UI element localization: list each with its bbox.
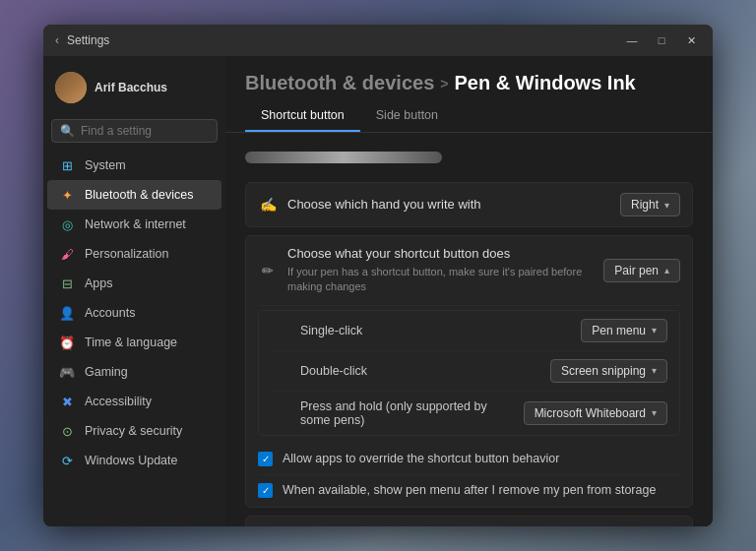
shortcut-control: Pair pen ▴ xyxy=(603,259,680,282)
shortcut-header-row: ✏ Choose what your shortcut button does … xyxy=(258,236,680,306)
tab-shortcut[interactable]: Shortcut button xyxy=(245,102,360,132)
search-input[interactable] xyxy=(81,124,228,138)
search-box[interactable]: 🔍 xyxy=(51,119,218,143)
sidebar-item-windows-update[interactable]: ⟳ Windows Update xyxy=(47,446,221,475)
allow-override-checkbox[interactable]: ✓ xyxy=(258,452,273,466)
sidebar-item-bluetooth[interactable]: ✦ Bluetooth & devices xyxy=(47,180,221,210)
show-menu-row: ✓ When available, show pen menu after I … xyxy=(258,475,680,507)
search-icon: 🔍 xyxy=(60,124,75,138)
shortcut-section: ✏ Choose what your shortcut button does … xyxy=(245,235,693,508)
handedness-section: ✍ Choose which hand you write with Right… xyxy=(245,182,693,227)
sidebar-item-label: System xyxy=(85,158,126,172)
user-section: Arif Bacchus xyxy=(43,64,225,115)
minimize-button[interactable]: — xyxy=(618,31,646,50)
sidebar-item-personalization[interactable]: 🖌 Personalization xyxy=(47,239,221,269)
sidebar-item-label: Apps xyxy=(85,276,113,290)
chevron-down-icon: ▾ xyxy=(652,325,657,336)
handedness-dropdown[interactable]: Right ▾ xyxy=(620,193,680,216)
username: Arif Bacchus xyxy=(94,81,167,94)
bluetooth-icon: ✦ xyxy=(59,187,75,203)
tab-side[interactable]: Side button xyxy=(360,102,454,132)
window-title: Settings xyxy=(67,33,109,47)
shortcut-label: Choose what your shortcut button does xyxy=(287,246,594,263)
sidebar-item-label: Privacy & security xyxy=(85,424,182,438)
title-bar: ‹ Settings — □ ✕ xyxy=(43,25,713,56)
sidebar-item-privacy[interactable]: ⊙ Privacy & security xyxy=(47,416,221,446)
show-menu-label: When available, show pen menu after I re… xyxy=(283,482,656,500)
breadcrumb-parent[interactable]: Bluetooth & devices xyxy=(245,72,434,94)
avatar xyxy=(55,72,87,103)
sidebar-item-label: Gaming xyxy=(85,365,128,379)
gaming-icon: 🎮 xyxy=(59,364,75,380)
sidebar-item-label: Network & internet xyxy=(85,217,186,231)
press-hold-row: Press and hold (only supported by some p… xyxy=(271,392,667,435)
press-hold-dropdown[interactable]: Microsoft Whiteboard ▾ xyxy=(524,401,667,425)
sidebar-item-label: Accounts xyxy=(85,306,135,320)
single-click-dropdown[interactable]: Pen menu ▾ xyxy=(581,319,667,342)
sidebar-item-label: Windows Update xyxy=(85,454,178,467)
sidebar-item-system[interactable]: ⊞ System xyxy=(47,151,221,180)
chevron-down-icon: ▾ xyxy=(664,200,669,211)
chevron-down-icon: ▾ xyxy=(652,407,657,418)
pen-graphic xyxy=(245,152,442,163)
network-icon: ◎ xyxy=(59,216,75,232)
hand-icon: ✍ xyxy=(258,195,278,214)
title-bar-controls: — □ ✕ xyxy=(618,31,705,50)
single-click-label: Single-click xyxy=(300,324,571,337)
maximize-button[interactable]: □ xyxy=(648,31,675,50)
system-icon: ⊞ xyxy=(59,157,75,173)
shortcut-dropdown[interactable]: Pair pen ▴ xyxy=(603,259,680,282)
checkmark-icon: ✓ xyxy=(262,454,270,464)
checkmark-icon: ✓ xyxy=(262,485,270,496)
title-bar-left: ‹ Settings xyxy=(55,33,109,47)
double-click-dropdown[interactable]: Screen snipping ▾ xyxy=(550,359,667,383)
handedness-text: Choose which hand you write with xyxy=(287,197,610,214)
chevron-down-icon: ▾ xyxy=(652,365,657,376)
handedness-control: Right ▾ xyxy=(620,193,680,216)
sidebar-item-accounts[interactable]: 👤 Accounts xyxy=(47,298,221,328)
sidebar-item-label: Accessibility xyxy=(85,395,152,408)
shortcut-inner-section: Single-click Pen menu ▾ Double-click Scr… xyxy=(258,310,680,436)
handedness-label: Choose which hand you write with xyxy=(287,197,610,214)
press-hold-label: Press and hold (only supported by some p… xyxy=(300,399,514,427)
back-icon[interactable]: ‹ xyxy=(55,33,59,47)
allow-override-row: ✓ Allow apps to override the shortcut bu… xyxy=(258,444,680,476)
sidebar-item-label: Bluetooth & devices xyxy=(85,188,194,202)
privacy-icon: ⊙ xyxy=(59,423,75,439)
single-click-row: Single-click Pen menu ▾ xyxy=(271,311,667,351)
main-content: Bluetooth & devices > Pen & Windows Ink … xyxy=(225,56,713,526)
accounts-icon: 👤 xyxy=(59,305,75,321)
tactile-header[interactable]: ⠿ Tactile signals On ▾ xyxy=(258,517,680,526)
tabs-bar: Shortcut button Side button xyxy=(225,102,713,133)
sidebar-item-label: Time & language xyxy=(85,336,177,349)
content-area: Arif Bacchus 🔍 ⊞ System ✦ Bluetooth & de… xyxy=(43,56,713,526)
double-click-row: Double-click Screen snipping ▾ xyxy=(271,351,667,392)
tactile-section: ⠿ Tactile signals On ▾ xyxy=(245,516,693,526)
sidebar: Arif Bacchus 🔍 ⊞ System ✦ Bluetooth & de… xyxy=(43,56,225,526)
shortcut-text: Choose what your shortcut button does If… xyxy=(287,246,594,295)
personalization-icon: 🖌 xyxy=(59,246,75,262)
show-menu-checkbox[interactable]: ✓ xyxy=(258,483,273,498)
time-icon: ⏰ xyxy=(59,335,75,350)
apps-icon: ⊟ xyxy=(59,276,75,291)
sidebar-item-network[interactable]: ◎ Network & internet xyxy=(47,210,221,239)
accessibility-icon: ✖ xyxy=(59,394,75,409)
breadcrumb-current: Pen & Windows Ink xyxy=(454,72,635,94)
update-icon: ⟳ xyxy=(59,453,75,468)
handedness-row: ✍ Choose which hand you write with Right… xyxy=(258,183,680,226)
settings-window: ‹ Settings — □ ✕ Arif Bacchus 🔍 ⊞ xyxy=(43,25,713,526)
double-click-label: Double-click xyxy=(300,364,540,378)
pen-icon: ✏ xyxy=(258,261,278,280)
sidebar-item-time[interactable]: ⏰ Time & language xyxy=(47,328,221,357)
breadcrumb-separator: > xyxy=(440,76,448,92)
sidebar-item-gaming[interactable]: 🎮 Gaming xyxy=(47,357,221,387)
close-button[interactable]: ✕ xyxy=(677,31,705,50)
scroll-area: ✍ Choose which hand you write with Right… xyxy=(225,182,713,526)
sidebar-item-label: Personalization xyxy=(85,247,168,261)
sidebar-item-apps[interactable]: ⊟ Apps xyxy=(47,269,221,298)
pen-image-area xyxy=(225,133,713,182)
chevron-up-icon: ▴ xyxy=(664,265,669,276)
allow-override-label: Allow apps to override the shortcut butt… xyxy=(283,451,559,468)
sidebar-item-accessibility[interactable]: ✖ Accessibility xyxy=(47,387,221,416)
shortcut-sublabel: If your pen has a shortcut button, make … xyxy=(287,265,594,295)
